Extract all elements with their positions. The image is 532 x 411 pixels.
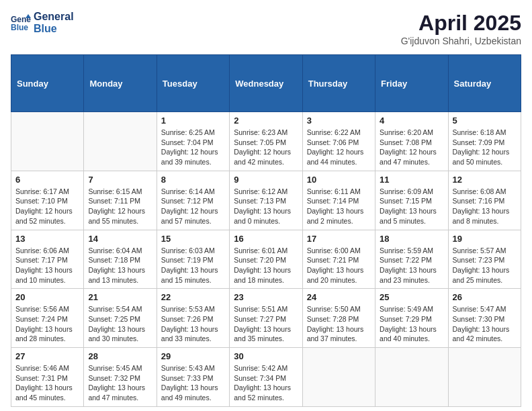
calendar-week-row: 27Sunrise: 5:46 AMSunset: 7:31 PMDayligh… xyxy=(11,348,521,407)
day-info: Sunrise: 5:53 AMSunset: 7:26 PMDaylight:… xyxy=(161,304,225,344)
calendar-day-cell: 23Sunrise: 5:51 AMSunset: 7:27 PMDayligh… xyxy=(230,289,302,348)
day-info: Sunrise: 6:15 AMSunset: 7:11 PMDaylight:… xyxy=(88,187,152,226)
calendar-day-cell: 12Sunrise: 6:08 AMSunset: 7:16 PMDayligh… xyxy=(448,171,521,230)
day-info: Sunrise: 6:14 AMSunset: 7:12 PMDaylight:… xyxy=(161,187,225,226)
day-info: Sunrise: 6:11 AMSunset: 7:14 PMDaylight:… xyxy=(307,187,371,226)
day-number: 11 xyxy=(380,175,443,185)
calendar-day-cell: 3Sunrise: 6:22 AMSunset: 7:06 PMDaylight… xyxy=(302,112,375,171)
calendar-day-cell: 11Sunrise: 6:09 AMSunset: 7:15 PMDayligh… xyxy=(375,171,448,230)
day-number: 18 xyxy=(380,234,443,244)
day-number: 20 xyxy=(15,292,79,302)
calendar-day-cell: 24Sunrise: 5:50 AMSunset: 7:28 PMDayligh… xyxy=(302,289,375,348)
svg-text:Blue: Blue xyxy=(11,23,28,32)
weekday-header-cell: Tuesday xyxy=(157,55,229,112)
calendar-day-cell: 5Sunrise: 6:18 AMSunset: 7:09 PMDaylight… xyxy=(448,112,521,171)
day-info: Sunrise: 5:56 AMSunset: 7:24 PMDaylight:… xyxy=(15,304,79,344)
day-number: 27 xyxy=(15,351,79,361)
day-number: 17 xyxy=(307,234,371,244)
calendar-week-row: 6Sunrise: 6:17 AMSunset: 7:10 PMDaylight… xyxy=(11,171,521,230)
day-info: Sunrise: 6:06 AMSunset: 7:17 PMDaylight:… xyxy=(15,246,79,285)
day-info: Sunrise: 6:09 AMSunset: 7:15 PMDaylight:… xyxy=(380,187,443,226)
day-number: 22 xyxy=(161,292,225,302)
day-number: 9 xyxy=(234,175,298,185)
calendar-day-cell: 26Sunrise: 5:47 AMSunset: 7:30 PMDayligh… xyxy=(448,289,521,348)
weekday-header-row: SundayMondayTuesdayWednesdayThursdayFrid… xyxy=(11,55,521,112)
month-title: April 2025 xyxy=(401,11,521,36)
day-number: 6 xyxy=(15,175,79,185)
calendar-day-cell: 9Sunrise: 6:12 AMSunset: 7:13 PMDaylight… xyxy=(230,171,302,230)
calendar-day-cell: 7Sunrise: 6:15 AMSunset: 7:11 PMDaylight… xyxy=(84,171,157,230)
day-info: Sunrise: 6:03 AMSunset: 7:19 PMDaylight:… xyxy=(161,246,225,285)
calendar-week-row: 20Sunrise: 5:56 AMSunset: 7:24 PMDayligh… xyxy=(11,289,521,348)
day-info: Sunrise: 5:42 AMSunset: 7:34 PMDaylight:… xyxy=(234,363,298,403)
day-info: Sunrise: 6:00 AMSunset: 7:21 PMDaylight:… xyxy=(307,246,371,285)
day-number: 10 xyxy=(307,175,371,185)
calendar-day-cell: 16Sunrise: 6:01 AMSunset: 7:20 PMDayligh… xyxy=(230,230,302,289)
logo: General Blue General Blue xyxy=(11,11,74,34)
day-info: Sunrise: 5:47 AMSunset: 7:30 PMDaylight:… xyxy=(453,304,517,344)
day-info: Sunrise: 6:04 AMSunset: 7:18 PMDaylight:… xyxy=(88,246,152,285)
location: G'ijduvon Shahri, Uzbekistan xyxy=(401,36,521,46)
page-header: General Blue General Blue April 2025 G'i… xyxy=(11,11,521,46)
calendar-week-row: 1Sunrise: 6:25 AMSunset: 7:04 PMDaylight… xyxy=(11,112,521,171)
day-info: Sunrise: 5:49 AMSunset: 7:29 PMDaylight:… xyxy=(380,304,443,344)
day-number: 12 xyxy=(453,175,517,185)
day-info: Sunrise: 6:08 AMSunset: 7:16 PMDaylight:… xyxy=(453,187,517,226)
calendar-day-cell: 6Sunrise: 6:17 AMSunset: 7:10 PMDaylight… xyxy=(11,171,84,230)
logo-icon: General Blue xyxy=(11,13,31,33)
day-number: 16 xyxy=(234,234,298,244)
day-info: Sunrise: 5:59 AMSunset: 7:22 PMDaylight:… xyxy=(380,246,443,285)
day-info: Sunrise: 5:46 AMSunset: 7:31 PMDaylight:… xyxy=(15,363,79,403)
day-info: Sunrise: 5:43 AMSunset: 7:33 PMDaylight:… xyxy=(161,363,225,403)
day-info: Sunrise: 6:12 AMSunset: 7:13 PMDaylight:… xyxy=(234,187,298,226)
weekday-header-cell: Thursday xyxy=(302,55,375,112)
calendar-day-cell: 14Sunrise: 6:04 AMSunset: 7:18 PMDayligh… xyxy=(84,230,157,289)
calendar-day-cell: 2Sunrise: 6:23 AMSunset: 7:05 PMDaylight… xyxy=(230,112,302,171)
calendar-table: SundayMondayTuesdayWednesdayThursdayFrid… xyxy=(11,54,521,407)
day-number: 29 xyxy=(161,351,225,361)
day-number: 28 xyxy=(88,351,152,361)
logo-line1: General xyxy=(34,11,74,23)
day-number: 26 xyxy=(453,292,517,302)
calendar-day-cell: 29Sunrise: 5:43 AMSunset: 7:33 PMDayligh… xyxy=(157,348,229,407)
day-number: 1 xyxy=(161,116,225,126)
weekday-header-cell: Friday xyxy=(375,55,448,112)
day-number: 30 xyxy=(234,351,298,361)
calendar-day-cell: 27Sunrise: 5:46 AMSunset: 7:31 PMDayligh… xyxy=(11,348,84,407)
day-info: Sunrise: 5:54 AMSunset: 7:25 PMDaylight:… xyxy=(88,304,152,344)
day-number: 25 xyxy=(380,292,443,302)
calendar-day-cell: 10Sunrise: 6:11 AMSunset: 7:14 PMDayligh… xyxy=(302,171,375,230)
day-info: Sunrise: 6:22 AMSunset: 7:06 PMDaylight:… xyxy=(307,128,371,167)
calendar-day-cell xyxy=(375,348,448,407)
calendar-day-cell: 21Sunrise: 5:54 AMSunset: 7:25 PMDayligh… xyxy=(84,289,157,348)
calendar-day-cell: 20Sunrise: 5:56 AMSunset: 7:24 PMDayligh… xyxy=(11,289,84,348)
day-info: Sunrise: 6:18 AMSunset: 7:09 PMDaylight:… xyxy=(453,128,517,167)
day-number: 7 xyxy=(88,175,152,185)
calendar-day-cell xyxy=(84,112,157,171)
day-number: 24 xyxy=(307,292,371,302)
calendar-day-cell: 22Sunrise: 5:53 AMSunset: 7:26 PMDayligh… xyxy=(157,289,229,348)
title-area: April 2025 G'ijduvon Shahri, Uzbekistan xyxy=(401,11,521,46)
day-number: 21 xyxy=(88,292,152,302)
day-info: Sunrise: 5:45 AMSunset: 7:32 PMDaylight:… xyxy=(88,363,152,403)
calendar-day-cell: 18Sunrise: 5:59 AMSunset: 7:22 PMDayligh… xyxy=(375,230,448,289)
calendar-day-cell: 28Sunrise: 5:45 AMSunset: 7:32 PMDayligh… xyxy=(84,348,157,407)
calendar-day-cell: 15Sunrise: 6:03 AMSunset: 7:19 PMDayligh… xyxy=(157,230,229,289)
weekday-header-cell: Monday xyxy=(84,55,157,112)
calendar-day-cell xyxy=(448,348,521,407)
weekday-header-cell: Saturday xyxy=(448,55,521,112)
day-info: Sunrise: 6:17 AMSunset: 7:10 PMDaylight:… xyxy=(15,187,79,226)
day-number: 19 xyxy=(453,234,517,244)
weekday-header-cell: Wednesday xyxy=(230,55,302,112)
calendar-day-cell: 13Sunrise: 6:06 AMSunset: 7:17 PMDayligh… xyxy=(11,230,84,289)
day-info: Sunrise: 6:23 AMSunset: 7:05 PMDaylight:… xyxy=(234,128,298,167)
day-info: Sunrise: 6:01 AMSunset: 7:20 PMDaylight:… xyxy=(234,246,298,285)
calendar-day-cell: 25Sunrise: 5:49 AMSunset: 7:29 PMDayligh… xyxy=(375,289,448,348)
calendar-day-cell: 8Sunrise: 6:14 AMSunset: 7:12 PMDaylight… xyxy=(157,171,229,230)
day-info: Sunrise: 6:25 AMSunset: 7:04 PMDaylight:… xyxy=(161,128,225,167)
day-number: 15 xyxy=(161,234,225,244)
weekday-header-cell: Sunday xyxy=(11,55,84,112)
day-info: Sunrise: 6:20 AMSunset: 7:08 PMDaylight:… xyxy=(380,128,443,167)
calendar-day-cell xyxy=(302,348,375,407)
calendar-body: 1Sunrise: 6:25 AMSunset: 7:04 PMDaylight… xyxy=(11,112,521,407)
